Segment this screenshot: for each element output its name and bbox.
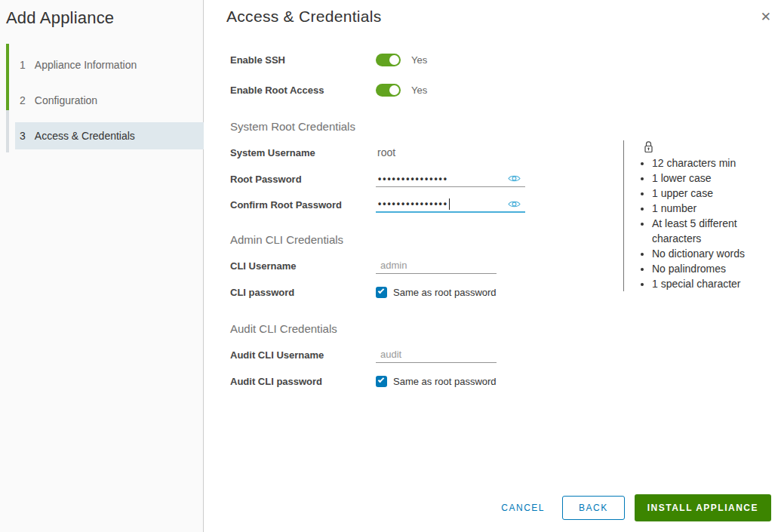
step-number: 1 [20,59,26,71]
step-label: Configuration [35,94,97,106]
system-username-label: System Username [230,147,376,158]
cli-password-checkbox-label: Same as root password [393,287,497,298]
step-number: 3 [20,130,26,142]
cli-password-row: CLI password Same as root password [230,286,497,298]
toggle-knob [389,55,399,65]
admin-cli-credentials-heading: Admin CLI Credentials [230,233,343,246]
page-title: Access & Credentials [226,8,382,26]
enable-root-access-label: Enable Root Access [230,85,376,96]
root-password-input[interactable]: ••••••••••••••• [376,171,525,187]
confirm-root-password-label: Confirm Root Password [230,199,376,211]
wizard-sidebar: Add Appliance 1 Appliance Information 2 … [0,0,204,532]
audit-cli-username-input[interactable]: audit [376,346,497,363]
enable-root-access-value: Yes [411,85,427,96]
cli-username-label: CLI Username [230,260,376,272]
wizard-footer: CANCEL BACK INSTALL APPLIANCE [501,494,771,521]
checkmark-icon [378,288,384,294]
install-appliance-button[interactable]: INSTALL APPLIANCE [635,494,771,521]
wizard-title: Add Appliance [6,8,114,28]
audit-cli-password-checkbox-label: Same as root password [393,376,497,387]
cli-username-input[interactable]: admin [376,257,497,274]
confirm-root-password-row: Confirm Root Password ••••••••••••••• [230,196,525,213]
password-requirement-item: 12 characters min [652,155,765,171]
eye-icon[interactable] [508,174,521,183]
root-password-label: Root Password [230,174,376,185]
audit-cli-password-same-as-root-checkbox[interactable] [376,376,387,387]
text-caret [449,198,450,210]
password-requirement-item: No dictionary words [652,246,765,261]
audit-cli-username-row: Audit CLI Username audit [230,346,497,363]
system-username-value: root [376,146,395,158]
add-appliance-wizard: Add Appliance 1 Appliance Information 2 … [0,0,781,532]
sidebar-step-access-credentials[interactable]: 3 Access & Credentials [15,122,204,149]
back-button[interactable]: BACK [562,496,625,520]
masked-password-text: ••••••••••••••• [376,174,448,183]
cli-password-same-as-root-checkbox[interactable] [376,287,387,298]
enable-root-access-row: Enable Root Access Yes [230,84,427,97]
masked-password-text: ••••••••••••••• [376,199,448,208]
enable-ssh-label: Enable SSH [230,54,376,66]
enable-ssh-row: Enable SSH Yes [230,54,427,66]
lock-icon [644,140,778,153]
cli-username-row: CLI Username admin [230,257,497,274]
audit-cli-password-label: Audit CLI password [230,376,376,387]
enable-ssh-toggle[interactable] [376,54,401,66]
step-progress-bar-completed [6,44,9,110]
password-requirement-item: 1 lower case [652,171,765,186]
enable-root-access-toggle[interactable] [376,84,401,97]
sidebar-step-configuration[interactable]: 2 Configuration [15,87,204,114]
password-requirement-item: No palindromes [652,261,765,276]
password-requirement-item: 1 special character [652,276,765,291]
root-password-row: Root Password ••••••••••••••• [230,171,525,187]
step-label: Appliance Information [35,59,137,71]
checkmark-icon [378,377,384,383]
system-username-row: System Username root [230,146,395,159]
close-icon[interactable]: ✕ [761,11,771,23]
password-requirements-list: 12 characters min 1 lower case 1 upper c… [624,155,765,291]
confirm-root-password-input[interactable]: ••••••••••••••• [376,196,525,213]
system-root-credentials-heading: System Root Credentials [230,120,355,133]
step-progress-bar-current [6,110,9,152]
password-requirement-item: 1 upper case [652,186,765,201]
audit-cli-password-row: Audit CLI password Same as root password [230,375,497,387]
cli-password-label: CLI password [230,287,376,298]
step-number: 2 [20,94,26,106]
toggle-knob [389,85,399,95]
enable-ssh-value: Yes [411,54,427,66]
step-label: Access & Credentials [35,130,135,142]
cancel-button[interactable]: CANCEL [501,503,545,513]
eye-icon[interactable] [508,199,521,209]
audit-cli-credentials-heading: Audit CLI Credentials [230,322,337,335]
audit-cli-username-label: Audit CLI Username [230,349,376,361]
sidebar-step-appliance-information[interactable]: 1 Appliance Information [15,51,204,78]
password-requirements-panel: 12 characters min 1 lower case 1 upper c… [623,140,778,291]
password-requirement-item: At least 5 different characters [652,216,765,246]
password-requirement-item: 1 number [652,201,765,216]
